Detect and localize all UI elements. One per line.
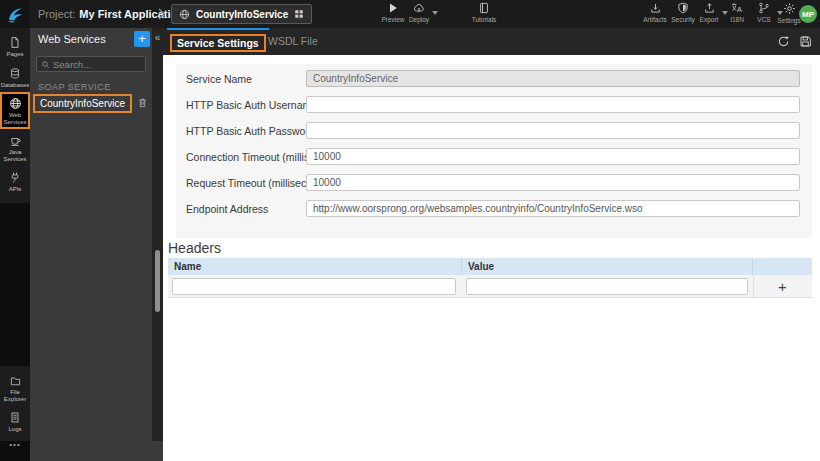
panel-divider: « xyxy=(152,28,163,461)
request-timeout-field[interactable] xyxy=(306,174,800,191)
sidebar-item-apis[interactable]: APIs xyxy=(0,166,30,197)
header-name-input[interactable] xyxy=(172,278,456,295)
soap-section-label: SOAP SERVICE xyxy=(38,82,111,92)
globe-icon xyxy=(179,9,190,20)
service-settings-content: Service Name HTTP Basic Auth Username HT… xyxy=(163,55,820,461)
chevron-right-icon xyxy=(157,7,166,21)
sidebar-item-file-explorer[interactable]: File Explorer xyxy=(0,370,30,406)
project-label: Project: xyxy=(38,8,75,20)
form-row-password: HTTP Basic Auth Password xyxy=(186,122,800,139)
add-header-button[interactable]: + xyxy=(754,275,811,298)
save-icon[interactable] xyxy=(799,35,812,48)
folder-icon xyxy=(9,375,22,387)
log-document-icon xyxy=(9,411,21,424)
open-service-tab[interactable]: CountryInfoService xyxy=(171,4,312,24)
form-row-service-name: Service Name xyxy=(186,70,800,87)
service-list-item[interactable]: CountryInfoService xyxy=(30,92,152,114)
basic-auth-password-field[interactable] xyxy=(306,122,800,139)
refresh-icon[interactable] xyxy=(777,35,790,48)
tab-wsdl-file[interactable]: WSDL File xyxy=(262,28,324,55)
divider-footer xyxy=(152,441,163,461)
coffee-cup-icon xyxy=(9,134,22,147)
api-plug-icon xyxy=(9,171,21,184)
app-window: Project: My First Application CountryInf… xyxy=(0,0,820,461)
database-icon xyxy=(9,67,21,80)
header-value-cell xyxy=(462,275,753,297)
play-icon xyxy=(387,2,399,14)
cloud-upload-icon xyxy=(412,2,426,14)
deploy-button[interactable]: Deploy xyxy=(399,2,439,27)
tab-service-settings[interactable]: Service Settings xyxy=(167,28,269,55)
left-rail: Pages Databases Web Services xyxy=(0,28,30,461)
project-name: My First Application xyxy=(79,8,184,20)
tutorials-button[interactable]: Tutorials xyxy=(464,2,504,27)
form-row-connection-timeout: Connection Timeout (milliseconds) xyxy=(186,148,800,165)
add-service-button[interactable]: + xyxy=(134,31,150,47)
book-icon xyxy=(478,2,490,14)
header-value-input[interactable] xyxy=(466,278,748,295)
panel-title: Web Services xyxy=(38,33,106,45)
svg-text:A: A xyxy=(737,6,742,14)
field-label: HTTP Basic Auth Username xyxy=(186,99,317,111)
main-area: Service Settings WSDL File Service Name xyxy=(163,28,820,461)
search-icon xyxy=(41,60,50,69)
form-row-endpoint: Endpoint Address xyxy=(186,200,800,217)
header-name-cell xyxy=(168,275,462,297)
headers-table-row: + xyxy=(168,275,812,298)
settings-form-card: Service Name HTTP Basic Auth Username HT… xyxy=(176,64,812,238)
rail-top-group: Pages Databases Web Services xyxy=(0,28,30,203)
service-name-field xyxy=(306,70,800,87)
service-name[interactable]: CountryInfoService xyxy=(33,94,132,113)
column-header-value: Value xyxy=(462,258,753,275)
scrollbar-thumb[interactable] xyxy=(155,250,160,312)
sidebar-item-logs[interactable]: Logs xyxy=(0,406,30,437)
tab-service-settings-label: Service Settings xyxy=(170,34,266,52)
service-search[interactable] xyxy=(36,56,146,72)
headers-section-title: Headers xyxy=(168,240,221,256)
gear-icon xyxy=(783,2,796,15)
field-label: Endpoint Address xyxy=(186,203,268,215)
headers-table-header: Name Value xyxy=(168,258,812,275)
pages-icon xyxy=(9,36,21,49)
tab-bar: Service Settings WSDL File xyxy=(163,28,820,55)
grid-icon xyxy=(294,9,304,19)
tray-download-icon xyxy=(649,2,662,14)
connection-timeout-field[interactable] xyxy=(306,148,800,165)
rail-bottom-group: File Explorer Logs xyxy=(0,366,30,441)
form-row-request-timeout: Request Timeout (milliseconds) xyxy=(186,174,800,191)
collapse-panel-button[interactable]: « xyxy=(152,32,163,43)
basic-auth-username-field[interactable] xyxy=(306,96,800,113)
service-tab-label: CountryInfoService xyxy=(196,9,288,20)
topbar: Project: My First Application CountryInf… xyxy=(0,0,820,28)
web-services-panel: Web Services + SOAP SERVICE CountryInfoS… xyxy=(30,28,152,461)
user-avatar[interactable]: MP xyxy=(799,5,817,23)
form-row-username: HTTP Basic Auth Username xyxy=(186,96,800,113)
search-input[interactable] xyxy=(53,59,141,70)
column-header-actions xyxy=(753,258,811,275)
sidebar-item-pages[interactable]: Pages xyxy=(0,31,30,62)
shield-icon xyxy=(677,2,689,14)
caret-down-icon xyxy=(432,11,438,15)
sidebar-item-databases[interactable]: Databases xyxy=(0,62,30,93)
trash-icon[interactable] xyxy=(137,96,148,109)
tray-upload-icon xyxy=(703,2,716,14)
globe-icon xyxy=(9,97,22,110)
column-header-name: Name xyxy=(168,258,462,275)
sidebar-item-web-services[interactable]: Web Services xyxy=(0,92,30,129)
header-actions-cell: + xyxy=(753,275,811,297)
more-options-button[interactable]: ••• xyxy=(0,440,30,449)
headers-table: Name Value + xyxy=(168,258,812,298)
app-logo[interactable] xyxy=(0,0,30,28)
field-label: Service Name xyxy=(186,73,252,85)
sidebar-item-java-services[interactable]: Java Services xyxy=(0,129,30,166)
translate-icon: A xyxy=(730,2,744,14)
endpoint-address-field[interactable] xyxy=(306,200,800,217)
field-label: HTTP Basic Auth Password xyxy=(186,125,315,137)
wavemaker-logo-icon xyxy=(5,4,25,24)
